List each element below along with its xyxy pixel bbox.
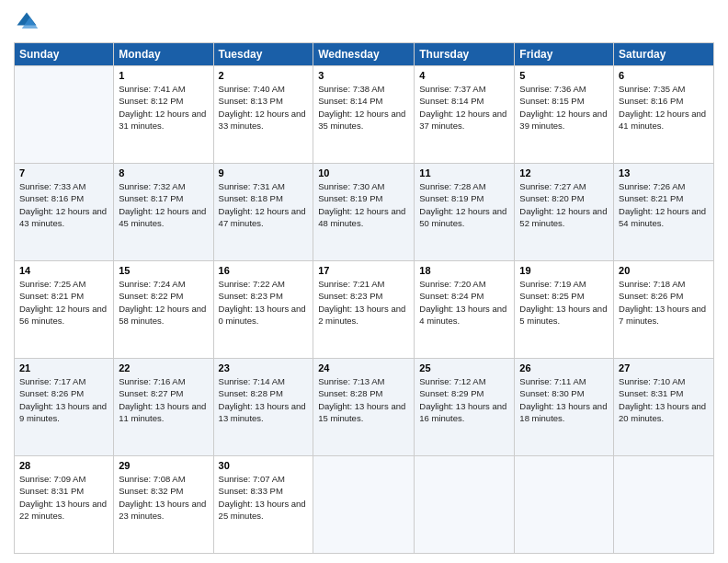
day-info: Sunrise: 7:16 AMSunset: 8:27 PMDaylight:…: [119, 375, 208, 424]
day-info: Sunrise: 7:07 AMSunset: 8:33 PMDaylight:…: [219, 473, 309, 522]
calendar-header-tuesday: Tuesday: [213, 43, 313, 66]
day-number: 27: [619, 362, 709, 373]
day-info: Sunrise: 7:41 AMSunset: 8:12 PMDaylight:…: [119, 83, 208, 132]
calendar-week-row: 7Sunrise: 7:33 AMSunset: 8:16 PMDaylight…: [15, 164, 714, 261]
calendar-table: SundayMondayTuesdayWednesdayThursdayFrid…: [14, 42, 714, 554]
calendar-cell: 5Sunrise: 7:36 AMSunset: 8:15 PMDaylight…: [515, 66, 614, 164]
day-info: Sunrise: 7:30 AMSunset: 8:19 PMDaylight:…: [318, 180, 409, 229]
calendar-header-saturday: Saturday: [614, 43, 714, 66]
day-number: 2: [219, 70, 309, 81]
calendar-cell: 30Sunrise: 7:07 AMSunset: 8:33 PMDayligh…: [213, 456, 313, 554]
day-info: Sunrise: 7:17 AMSunset: 8:26 PMDaylight:…: [19, 375, 108, 424]
day-info: Sunrise: 7:35 AMSunset: 8:16 PMDaylight:…: [619, 83, 709, 132]
calendar-cell: 19Sunrise: 7:19 AMSunset: 8:25 PMDayligh…: [515, 261, 614, 359]
day-info: Sunrise: 7:32 AMSunset: 8:17 PMDaylight:…: [119, 180, 208, 229]
calendar-cell: 7Sunrise: 7:33 AMSunset: 8:16 PMDaylight…: [15, 164, 114, 261]
day-info: Sunrise: 7:08 AMSunset: 8:32 PMDaylight:…: [119, 473, 208, 522]
day-info: Sunrise: 7:33 AMSunset: 8:16 PMDaylight:…: [19, 180, 108, 229]
calendar-cell: [15, 66, 114, 164]
day-number: 21: [19, 362, 108, 373]
logo-icon: [14, 9, 40, 35]
calendar-cell: [614, 456, 714, 554]
calendar-header-monday: Monday: [114, 43, 213, 66]
day-info: Sunrise: 7:26 AMSunset: 8:21 PMDaylight:…: [619, 180, 709, 229]
day-info: Sunrise: 7:14 AMSunset: 8:28 PMDaylight:…: [219, 375, 309, 424]
day-number: 1: [119, 70, 208, 81]
day-info: Sunrise: 7:19 AMSunset: 8:25 PMDaylight:…: [519, 278, 609, 327]
day-number: 25: [419, 362, 509, 373]
calendar-cell: 1Sunrise: 7:41 AMSunset: 8:12 PMDaylight…: [114, 66, 213, 164]
day-number: 29: [119, 460, 208, 471]
day-number: 13: [619, 167, 709, 178]
day-number: 6: [619, 70, 709, 81]
calendar-cell: 28Sunrise: 7:09 AMSunset: 8:31 PMDayligh…: [15, 456, 114, 554]
calendar-header-thursday: Thursday: [415, 43, 515, 66]
day-info: Sunrise: 7:12 AMSunset: 8:29 PMDaylight:…: [419, 375, 509, 424]
day-number: 20: [619, 265, 709, 276]
day-info: Sunrise: 7:28 AMSunset: 8:19 PMDaylight:…: [419, 180, 509, 229]
logo: [14, 9, 43, 35]
day-number: 3: [318, 70, 409, 81]
calendar-cell: 13Sunrise: 7:26 AMSunset: 8:21 PMDayligh…: [614, 164, 714, 261]
calendar-cell: 25Sunrise: 7:12 AMSunset: 8:29 PMDayligh…: [415, 359, 515, 456]
day-number: 10: [318, 167, 409, 178]
calendar-cell: 9Sunrise: 7:31 AMSunset: 8:18 PMDaylight…: [213, 164, 313, 261]
day-number: 30: [219, 460, 309, 471]
day-info: Sunrise: 7:22 AMSunset: 8:23 PMDaylight:…: [219, 278, 309, 327]
calendar-week-row: 1Sunrise: 7:41 AMSunset: 8:12 PMDaylight…: [15, 66, 714, 164]
day-info: Sunrise: 7:11 AMSunset: 8:30 PMDaylight:…: [519, 375, 609, 424]
calendar-cell: 20Sunrise: 7:18 AMSunset: 8:26 PMDayligh…: [614, 261, 714, 359]
day-info: Sunrise: 7:36 AMSunset: 8:15 PMDaylight:…: [519, 83, 609, 132]
calendar-week-row: 14Sunrise: 7:25 AMSunset: 8:21 PMDayligh…: [15, 261, 714, 359]
calendar-cell: 11Sunrise: 7:28 AMSunset: 8:19 PMDayligh…: [415, 164, 515, 261]
day-number: 17: [318, 265, 409, 276]
day-info: Sunrise: 7:21 AMSunset: 8:23 PMDaylight:…: [318, 278, 409, 327]
calendar-cell: 18Sunrise: 7:20 AMSunset: 8:24 PMDayligh…: [415, 261, 515, 359]
calendar-week-row: 28Sunrise: 7:09 AMSunset: 8:31 PMDayligh…: [15, 456, 714, 554]
calendar-cell: [415, 456, 515, 554]
day-number: 8: [119, 167, 208, 178]
day-number: 23: [219, 362, 309, 373]
day-info: Sunrise: 7:09 AMSunset: 8:31 PMDaylight:…: [19, 473, 108, 522]
calendar-cell: 8Sunrise: 7:32 AMSunset: 8:17 PMDaylight…: [114, 164, 213, 261]
calendar-cell: [515, 456, 614, 554]
calendar-header-sunday: Sunday: [15, 43, 114, 66]
day-number: 11: [419, 167, 509, 178]
calendar-cell: 29Sunrise: 7:08 AMSunset: 8:32 PMDayligh…: [114, 456, 213, 554]
calendar-cell: 22Sunrise: 7:16 AMSunset: 8:27 PMDayligh…: [114, 359, 213, 456]
day-info: Sunrise: 7:20 AMSunset: 8:24 PMDaylight:…: [419, 278, 509, 327]
calendar-cell: 10Sunrise: 7:30 AMSunset: 8:19 PMDayligh…: [313, 164, 415, 261]
calendar-cell: 23Sunrise: 7:14 AMSunset: 8:28 PMDayligh…: [213, 359, 313, 456]
day-info: Sunrise: 7:13 AMSunset: 8:28 PMDaylight:…: [318, 375, 409, 424]
calendar-header-friday: Friday: [515, 43, 614, 66]
day-number: 19: [519, 265, 609, 276]
day-number: 22: [119, 362, 208, 373]
day-info: Sunrise: 7:18 AMSunset: 8:26 PMDaylight:…: [619, 278, 709, 327]
calendar-cell: 12Sunrise: 7:27 AMSunset: 8:20 PMDayligh…: [515, 164, 614, 261]
calendar-cell: 16Sunrise: 7:22 AMSunset: 8:23 PMDayligh…: [213, 261, 313, 359]
calendar-cell: 21Sunrise: 7:17 AMSunset: 8:26 PMDayligh…: [15, 359, 114, 456]
calendar-cell: 6Sunrise: 7:35 AMSunset: 8:16 PMDaylight…: [614, 66, 714, 164]
calendar-page: SundayMondayTuesdayWednesdayThursdayFrid…: [0, 0, 728, 563]
day-info: Sunrise: 7:27 AMSunset: 8:20 PMDaylight:…: [519, 180, 609, 229]
day-info: Sunrise: 7:31 AMSunset: 8:18 PMDaylight:…: [219, 180, 309, 229]
day-number: 24: [318, 362, 409, 373]
calendar-cell: 17Sunrise: 7:21 AMSunset: 8:23 PMDayligh…: [313, 261, 415, 359]
calendar-cell: 27Sunrise: 7:10 AMSunset: 8:31 PMDayligh…: [614, 359, 714, 456]
day-info: Sunrise: 7:25 AMSunset: 8:21 PMDaylight:…: [19, 278, 108, 327]
day-number: 18: [419, 265, 509, 276]
header: [14, 9, 714, 35]
calendar-header-wednesday: Wednesday: [313, 43, 415, 66]
day-info: Sunrise: 7:40 AMSunset: 8:13 PMDaylight:…: [219, 83, 309, 132]
day-number: 14: [19, 265, 108, 276]
calendar-cell: 15Sunrise: 7:24 AMSunset: 8:22 PMDayligh…: [114, 261, 213, 359]
day-info: Sunrise: 7:10 AMSunset: 8:31 PMDaylight:…: [619, 375, 709, 424]
calendar-header-row: SundayMondayTuesdayWednesdayThursdayFrid…: [15, 43, 714, 66]
day-number: 5: [519, 70, 609, 81]
day-number: 28: [19, 460, 108, 471]
calendar-cell: 3Sunrise: 7:38 AMSunset: 8:14 PMDaylight…: [313, 66, 415, 164]
day-number: 4: [419, 70, 509, 81]
day-number: 26: [519, 362, 609, 373]
calendar-week-row: 21Sunrise: 7:17 AMSunset: 8:26 PMDayligh…: [15, 359, 714, 456]
calendar-cell: 14Sunrise: 7:25 AMSunset: 8:21 PMDayligh…: [15, 261, 114, 359]
